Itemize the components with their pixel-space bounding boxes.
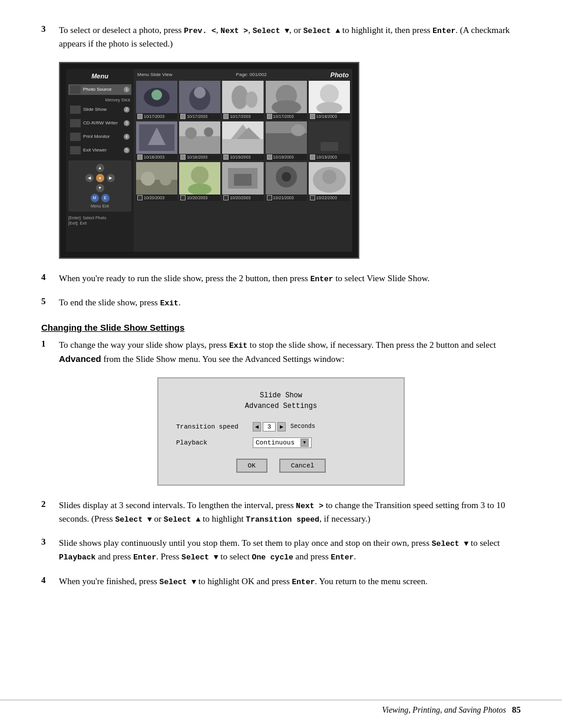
print-monitor-icon [70, 133, 81, 141]
stepper-value: 3 [263, 422, 276, 431]
footer-page-number: 85 [512, 705, 521, 715]
photo-cell-7: 10/18/2003 [179, 121, 220, 160]
photo-cell-10: 10/19/2003 [309, 121, 350, 160]
playback-select[interactable]: Continuous ▼ [253, 437, 312, 448]
photo-date-2: 10/17/2003 [179, 113, 220, 120]
sidebar-controls: ▲ ◀ ● ▶ ▼ M E Menu Exit [68, 160, 131, 212]
sidebar-item-photo-source: Photo Source 1 [68, 84, 131, 95]
ok-button[interactable]: OK [236, 459, 267, 473]
photo-date-6: 10/18/2003 [136, 154, 177, 160]
controls-row-mid: ◀ ● ▶ [71, 174, 129, 182]
exit-key-s1: Exit [229, 341, 247, 350]
cancel-button[interactable]: Cancel [279, 459, 326, 473]
select-down-s3a: Select ▼ [432, 539, 468, 548]
enter-s3b: Enter [331, 553, 354, 562]
select-up-key: Select ▲ [303, 27, 340, 35]
section-step-2-block: 2 Slides display at 3 second intervals. … [41, 499, 521, 526]
photo-cell-2: 10/17/2003 [179, 81, 220, 120]
svg-point-27 [291, 124, 305, 136]
step-5-number: 5 [41, 296, 59, 307]
select-down-key: Select ▼ [253, 27, 289, 35]
photo-date-label-6: 10/18/2003 [144, 155, 164, 159]
footer-text: Viewing, Printing, and Saving Photos [382, 706, 506, 715]
dialog-transition-row: Transition speed ◀ 3 ▶ Seconds [176, 422, 386, 431]
photo-date-5: 10/18/2003 [309, 113, 350, 120]
photo-thumb-14 [266, 162, 307, 195]
exit-viewer-label: Exit Viewer [83, 147, 107, 153]
section-step-2-text: Slides display at 3 second intervals. To… [59, 499, 521, 526]
photo-date-1: 10/17/2003 [136, 113, 177, 120]
section-step-2-number: 2 [41, 499, 59, 509]
svg-point-36 [191, 166, 209, 184]
svg-rect-30 [320, 142, 338, 151]
photo-date-label-14: 10/21/2003 [273, 196, 294, 200]
photo-date-label-10: 10/19/2003 [316, 155, 337, 159]
section-step-3-number: 3 [41, 536, 59, 547]
ctrl-menu: M [91, 194, 99, 202]
select-down-s2: Select ▼ [115, 515, 151, 524]
photo-date-9: 10/19/2003 [266, 154, 307, 160]
photo-check-10 [310, 154, 315, 160]
svg-rect-40 [234, 174, 252, 186]
section-step-4-text: When you're finished, press Select ▼ to … [59, 575, 521, 588]
photo-source-icon [70, 85, 81, 94]
photo-cell-13: 10/20/2003 [222, 162, 263, 201]
print-monitor-label: Print Monitor [83, 134, 110, 139]
select-up-s2: Select ▲ [164, 515, 200, 524]
photo-date-label-2: 10/17/2003 [187, 114, 207, 118]
one-cycle-label: One cycle [252, 553, 293, 562]
exit-key-5: Exit [160, 299, 178, 308]
photo-cell-15: 10/22/2003 [309, 162, 350, 201]
select-arrow-icon: ▼ [300, 439, 309, 447]
enter-s4: Enter [292, 578, 315, 587]
step-4-number: 4 [41, 272, 59, 282]
photo-date-label-13: 10/20/2003 [230, 196, 250, 200]
photo-check-2 [180, 114, 186, 119]
page-footer: Viewing, Printing, and Saving Photos 85 [0, 700, 562, 715]
transition-unit: Seconds [290, 423, 315, 430]
photo-cell-8: 10/19/2003 [222, 121, 263, 160]
photo-check-11 [137, 195, 143, 200]
select-down-s4: Select ▼ [160, 578, 196, 587]
photo-cell-5: 10/18/2003 [309, 81, 350, 120]
section-step-4-block: 4 When you're finished, press Select ▼ t… [41, 575, 521, 588]
svg-point-2 [151, 90, 162, 100]
photo-date-7: 10/18/2003 [179, 154, 220, 160]
playback-label: Playback [176, 439, 253, 446]
screen-main: Menu Slide View Page: 001/002 Photo 10/1… [134, 69, 352, 252]
photo-thumb-7 [179, 121, 220, 154]
svg-point-7 [232, 85, 248, 109]
photo-date-14: 10/21/2003 [266, 195, 307, 201]
sidebar-item-slideshow: Slide Show 2 [68, 104, 131, 115]
photo-check-13 [223, 195, 229, 200]
enter-s3a: Enter [133, 553, 156, 562]
section-step-1-text: To change the way your slide show plays,… [59, 338, 521, 367]
svg-point-20 [204, 127, 213, 137]
sidebar-title: Menu [68, 73, 131, 80]
photo-date-label-1: 10/17/2003 [144, 114, 164, 118]
photo-date-8: 10/19/2003 [222, 154, 263, 160]
footer-exit-hint: [Exit]: Exit [68, 220, 131, 226]
stepper-increase[interactable]: ▶ [277, 422, 286, 431]
photo-date-11: 10/20/2003 [136, 195, 177, 201]
photo-check-15 [310, 195, 315, 200]
sidebar-item-exit-viewer: Exit Viewer 5 [68, 145, 131, 156]
photo-date-label-3: 10/17/2003 [230, 114, 250, 118]
photo-check-12 [180, 195, 186, 200]
controls-row-bot: ▼ [71, 184, 129, 192]
section-step-3-text: Slide shows play continuously until you … [59, 536, 521, 564]
photo-check-3 [223, 114, 229, 119]
svg-rect-22 [222, 139, 263, 154]
step-4-text: When you're ready to run the slide show,… [59, 272, 521, 285]
controls-row-top: ▲ [71, 164, 129, 172]
cd-writer-label: CD-R/RW Writer [83, 120, 118, 126]
svg-point-46 [322, 170, 336, 184]
photo-source-label: Photo Source [83, 87, 111, 92]
sidebar-item-print-monitor: Print Monitor 4 [68, 131, 131, 142]
step-5-block: 5 To end the slide show, press Exit. [41, 296, 521, 309]
section-step-4-number: 4 [41, 575, 59, 585]
memory-stick-label: Memory Stick [68, 98, 131, 102]
stepper-decrease[interactable]: ◀ [253, 422, 261, 431]
photo-thumb-10 [309, 121, 350, 154]
photo-thumb-3 [222, 81, 263, 113]
